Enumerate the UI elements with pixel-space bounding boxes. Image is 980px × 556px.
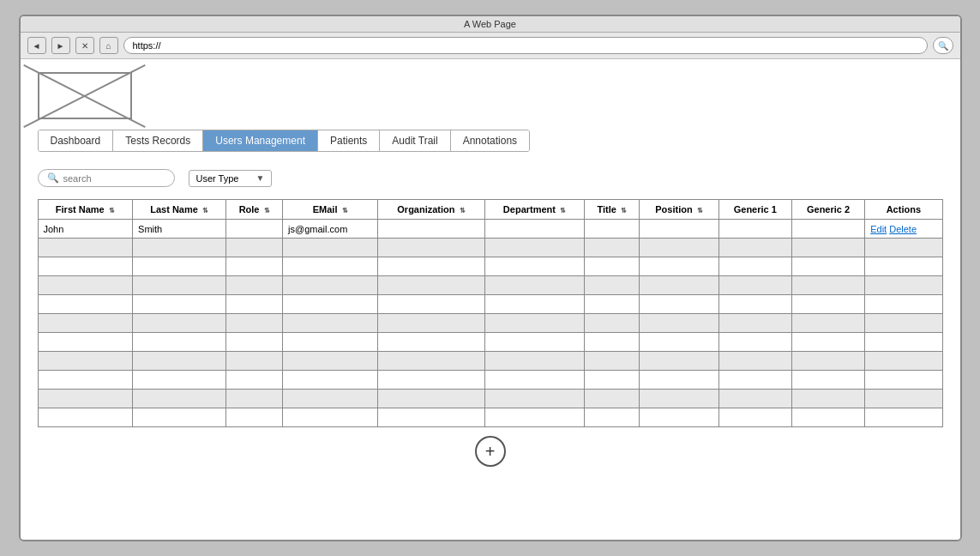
- empty-cell: [585, 333, 640, 352]
- cell-email: js@gmail.com: [283, 220, 378, 239]
- empty-cell: [791, 408, 864, 427]
- tab-audit-trail[interactable]: Audit Trail: [380, 130, 450, 151]
- controls-row: 🔍 User Type ▼: [38, 169, 943, 187]
- sort-arrows-last-name[interactable]: ⇅: [202, 208, 208, 215]
- col-title: Title ⇅: [585, 200, 640, 220]
- address-bar[interactable]: [123, 37, 928, 54]
- empty-cell: [585, 295, 640, 314]
- empty-cell: [791, 295, 864, 314]
- empty-cell: [640, 314, 718, 333]
- empty-cell: [378, 390, 485, 408]
- tab-tests-records[interactable]: Tests Records: [113, 130, 203, 151]
- search-input[interactable]: [63, 173, 166, 184]
- empty-cell: [133, 239, 226, 257]
- empty-cell: [865, 314, 942, 333]
- user-type-dropdown[interactable]: User Type ▼: [189, 170, 273, 187]
- table-row: [38, 276, 942, 295]
- sort-arrows-email[interactable]: ⇅: [342, 208, 348, 215]
- browser-content: Dashboard Tests Records Users Management…: [21, 59, 960, 540]
- users-table: First Name ⇅ Last Name ⇅ Role ⇅ EMail ⇅: [38, 199, 943, 427]
- sort-arrows-position[interactable]: ⇅: [697, 208, 703, 215]
- table-row: [38, 295, 942, 314]
- empty-cell: [585, 257, 640, 276]
- empty-cell: [718, 333, 791, 352]
- cell-organization: [378, 220, 485, 239]
- table-row: [38, 314, 942, 333]
- empty-cell: [378, 314, 485, 333]
- empty-cell: [133, 314, 226, 333]
- empty-cell: [38, 295, 133, 314]
- empty-cell: [38, 408, 133, 427]
- sort-arrows-role[interactable]: ⇅: [264, 208, 270, 215]
- empty-cell: [283, 408, 378, 427]
- sort-arrows-organization[interactable]: ⇅: [460, 208, 466, 215]
- empty-cell: [791, 314, 864, 333]
- empty-cell: [38, 314, 133, 333]
- dropdown-arrow-icon: ▼: [256, 173, 264, 183]
- empty-cell: [585, 408, 640, 427]
- empty-cell: [38, 257, 133, 276]
- cell-last-name: Smith: [133, 220, 226, 239]
- tab-users-management[interactable]: Users Management: [203, 130, 318, 151]
- empty-cell: [791, 371, 864, 390]
- empty-cell: [640, 276, 718, 295]
- table-row: [38, 239, 942, 257]
- empty-cell: [226, 390, 283, 408]
- empty-cell: [226, 408, 283, 427]
- browser-window: A Web Page ◄ ► ✕ ⌂ 🔍 Dashboard Tests Rec…: [19, 15, 962, 541]
- empty-cell: [718, 371, 791, 390]
- delete-link[interactable]: Delete: [889, 224, 917, 234]
- empty-cell: [378, 408, 485, 427]
- tab-dashboard[interactable]: Dashboard: [39, 130, 114, 151]
- empty-cell: [484, 257, 584, 276]
- cell-title: [585, 220, 640, 239]
- empty-cell: [226, 276, 283, 295]
- empty-cell: [585, 352, 640, 371]
- empty-cell: [226, 239, 283, 257]
- table-row: [38, 352, 942, 371]
- tab-patients[interactable]: Patients: [318, 130, 380, 151]
- home-button[interactable]: ⌂: [99, 37, 118, 54]
- add-button-row: +: [38, 436, 943, 467]
- user-type-label: User Type: [196, 173, 239, 184]
- edit-link[interactable]: Edit: [870, 224, 887, 234]
- empty-cell: [378, 371, 485, 390]
- table-row: [38, 371, 942, 390]
- empty-cell: [378, 257, 485, 276]
- empty-cell: [484, 352, 584, 371]
- stop-button[interactable]: ✕: [75, 37, 94, 54]
- cell-department: [484, 220, 584, 239]
- sort-arrows-title[interactable]: ⇅: [621, 208, 627, 215]
- add-user-button[interactable]: +: [475, 436, 506, 467]
- empty-cell: [38, 333, 133, 352]
- empty-cell: [484, 295, 584, 314]
- col-generic2: Generic 2: [791, 200, 864, 220]
- empty-cell: [585, 239, 640, 257]
- back-button[interactable]: ◄: [27, 37, 46, 54]
- empty-cell: [718, 276, 791, 295]
- browser-search-button[interactable]: 🔍: [933, 37, 953, 54]
- table-row: [38, 408, 942, 427]
- sort-arrows-department[interactable]: ⇅: [560, 208, 566, 215]
- empty-cell: [226, 352, 283, 371]
- empty-cell: [865, 408, 942, 427]
- empty-cell: [865, 352, 942, 371]
- empty-cell: [283, 371, 378, 390]
- empty-cell: [38, 352, 133, 371]
- empty-cell: [283, 390, 378, 408]
- empty-cell: [484, 408, 584, 427]
- empty-cell: [640, 371, 718, 390]
- empty-cell: [484, 390, 584, 408]
- sort-arrows-first-name[interactable]: ⇅: [109, 208, 115, 215]
- empty-cell: [791, 390, 864, 408]
- tab-annotations[interactable]: Annotations: [451, 130, 529, 151]
- empty-cell: [865, 390, 942, 408]
- empty-cell: [378, 276, 485, 295]
- empty-cell: [791, 276, 864, 295]
- search-icon: 🔍: [47, 172, 59, 184]
- table-header-row: First Name ⇅ Last Name ⇅ Role ⇅ EMail ⇅: [38, 200, 942, 220]
- forward-button[interactable]: ►: [51, 37, 70, 54]
- empty-cell: [133, 276, 226, 295]
- col-last-name: Last Name ⇅: [133, 200, 226, 220]
- cell-position: [640, 220, 718, 239]
